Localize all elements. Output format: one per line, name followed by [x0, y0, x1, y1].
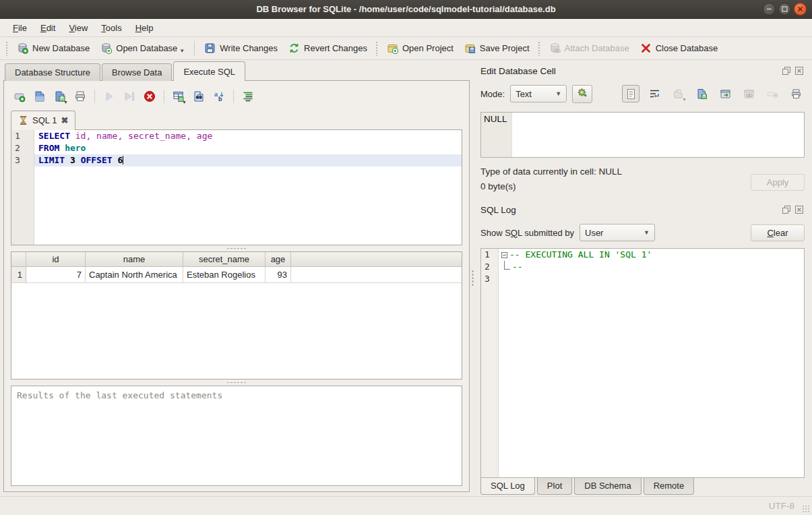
cell-editor[interactable]: NULL — [480, 112, 805, 158]
execute-all-button[interactable] — [100, 88, 118, 105]
table-cell[interactable]: 93 — [266, 267, 291, 282]
import-cell-button[interactable] — [693, 85, 710, 102]
dock-float-icon[interactable] — [782, 205, 792, 214]
resize-grip-icon[interactable] — [802, 505, 810, 513]
format-sql-button[interactable]: ab — [210, 88, 228, 105]
clear-button[interactable]: Clear — [751, 224, 805, 241]
text-mode-button[interactable] — [622, 85, 639, 102]
sql-editor[interactable]: 1SELECT id, name, secret_name, age2FROM … — [11, 129, 462, 245]
import-cell-icon — [696, 88, 708, 100]
menu-tools[interactable]: Tools — [95, 21, 127, 35]
tab-database-structure[interactable]: Database Structure — [5, 63, 100, 81]
editor-line[interactable]: 1SELECT id, name, secret_name, age — [11, 130, 462, 142]
toolbar-button-label: Save Project — [480, 43, 530, 53]
row-number: 1 — [11, 267, 26, 282]
editor-line[interactable]: 3LIMIT 3 OFFSET 6 — [11, 154, 462, 166]
dock-float-icon[interactable] — [782, 66, 792, 75]
dock-tab-db-schema[interactable]: DB Schema — [574, 478, 641, 495]
cell-editor-area[interactable] — [512, 113, 804, 157]
open-sql-file-button[interactable] — [31, 88, 49, 105]
sql-log-dock-titlebar: SQL Log — [480, 202, 805, 217]
toolbar-button-label: Open Database — [116, 43, 177, 53]
mode-select[interactable]: Text ▼ — [510, 85, 567, 102]
export-results-button[interactable]: ▼ — [170, 88, 187, 105]
maximize-button[interactable] — [778, 3, 791, 16]
results-table[interactable]: idnamesecret_nameage17Captain North Amer… — [11, 251, 462, 380]
log-filter-select[interactable]: User ▼ — [580, 224, 655, 241]
auto-apply-button[interactable] — [572, 85, 592, 103]
dropdown-caret-icon[interactable]: ▼ — [182, 100, 187, 104]
print-sql-button[interactable] — [71, 88, 89, 105]
column-header-id[interactable]: id — [26, 252, 86, 266]
export-cell-button[interactable]: ▼ — [669, 85, 687, 102]
dropdown-caret-icon[interactable]: ▼ — [179, 48, 185, 54]
table-cell[interactable]: Captain North America — [86, 267, 183, 282]
column-header-name[interactable]: name — [86, 252, 183, 266]
open-sql-file-icon — [34, 90, 46, 102]
sql-tab-close-icon[interactable]: ✖ — [61, 115, 68, 125]
dock-tab-plot[interactable]: Plot — [537, 478, 572, 495]
dock-close-icon[interactable] — [794, 205, 805, 214]
dock-tab-remote[interactable]: Remote — [644, 478, 695, 495]
word-wrap-button[interactable] — [646, 85, 663, 102]
auto-indent-button[interactable] — [239, 88, 257, 105]
bottom-dock-tabbar: SQL LogPlotDB SchemaRemote — [480, 478, 805, 496]
open-project-button[interactable]: Open Project — [381, 40, 459, 57]
gear-icon — [577, 87, 588, 100]
log-line[interactable]: 1−-- EXECUTING ALL IN 'SQL 1' — [481, 249, 804, 261]
toolbar-separator — [233, 90, 234, 103]
editor-results-splitter[interactable] — [11, 245, 462, 251]
attach-database-button[interactable]: Attach Database — [544, 40, 635, 57]
menu-view[interactable]: View — [63, 21, 94, 35]
new-sql-tab-button[interactable] — [11, 88, 28, 105]
write-changes-button[interactable]: Write Changes — [199, 40, 283, 57]
results-message: Results of the last executed statements — [11, 386, 462, 486]
dock-tab-sql-log[interactable]: SQL Log — [480, 477, 535, 495]
open-external-button[interactable] — [716, 85, 734, 102]
tab-execute-sql[interactable]: Execute SQL — [173, 61, 245, 81]
column-header-secret_name[interactable]: secret_name — [183, 252, 266, 266]
log-line[interactable]: 2-- — [481, 261, 804, 273]
print-sql-icon — [74, 90, 86, 102]
sql-log-view[interactable]: 1−-- EXECUTING ALL IN 'SQL 1'2--3 — [480, 248, 805, 478]
chevron-down-icon: ▼ — [644, 229, 650, 236]
dropdown-caret-icon[interactable]: ▼ — [63, 100, 68, 104]
column-header-age[interactable]: age — [266, 252, 291, 266]
execute-line-button[interactable] — [121, 88, 138, 105]
close-button[interactable] — [794, 3, 807, 16]
save-project-button[interactable]: Save Project — [459, 40, 535, 57]
log-line[interactable]: 3 — [481, 273, 804, 285]
stop-execution-button[interactable] — [141, 88, 158, 105]
new-database-button[interactable]: New Database — [11, 40, 95, 57]
table-cell[interactable]: Esteban Rogelios — [183, 267, 266, 282]
editor-line[interactable]: 2FROM hero — [11, 142, 462, 154]
sql-doc-tab[interactable]: SQL 1 ✖ — [11, 111, 75, 130]
menu-edit[interactable]: Edit — [34, 21, 61, 35]
toolbar-handle — [5, 41, 9, 56]
minimize-button[interactable] — [763, 3, 776, 16]
menu-help[interactable]: Help — [129, 21, 160, 35]
auto-indent-icon — [242, 90, 254, 102]
apply-button[interactable]: Apply — [751, 174, 805, 191]
open-database-button[interactable]: Open Database▼ — [95, 40, 190, 57]
copy-link-icon — [743, 88, 755, 100]
find-button[interactable] — [190, 88, 208, 105]
save-sql-file-button[interactable]: ▼ — [51, 88, 69, 105]
table-row[interactable]: 17Captain North AmericaEsteban Rogelios9… — [11, 267, 462, 283]
revert-changes-button[interactable]: Revert Changes — [283, 40, 373, 57]
close-database-button[interactable]: Close Database — [635, 40, 724, 57]
dock-close-icon[interactable] — [794, 66, 805, 75]
panel-splitter[interactable] — [470, 61, 474, 496]
results-message-splitter[interactable] — [11, 380, 462, 386]
execute-sql-pane: ▼▼ab SQL 1 ✖ 1SELECT id, name, secret_na… — [3, 80, 470, 492]
fold-collapse-icon[interactable]: − — [501, 252, 507, 258]
menu-file[interactable]: File — [7, 21, 33, 35]
table-cell[interactable]: 7 — [26, 267, 86, 282]
tab-browse-data[interactable]: Browse Data — [102, 63, 172, 81]
text-mode-icon — [625, 88, 637, 100]
table-header-row: idnamesecret_nameage — [11, 252, 462, 267]
set-null-button[interactable] — [763, 85, 781, 102]
open-project-icon — [387, 42, 398, 54]
print-cell-button[interactable] — [787, 85, 805, 102]
copy-link-button[interactable] — [740, 85, 757, 102]
